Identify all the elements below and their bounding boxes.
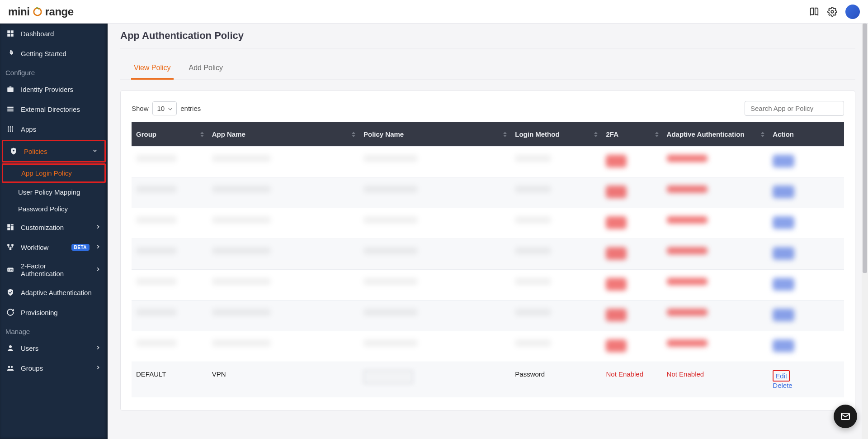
brand-mid [29,5,45,18]
table-row [132,147,844,177]
svg-rect-9 [7,107,14,108]
sidebar-item-external-directories[interactable]: External Directories [0,99,108,119]
sidebar-item-label: Groups [21,364,90,372]
svg-point-17 [12,129,13,130]
shield-icon [9,146,19,156]
svg-point-14 [12,126,13,128]
chevron-right-icon [95,243,102,251]
svg-rect-24 [11,226,14,230]
cell-adaptive: Not Enabled [662,362,769,398]
chevron-down-icon [92,148,99,155]
svg-rect-8 [9,86,12,87]
search-input[interactable] [745,101,844,116]
sidebar-item-label: Customization [21,224,90,231]
svg-point-20 [12,130,13,132]
col-app[interactable]: App Name [208,122,359,147]
sidebar-item-label: Provisioning [21,309,102,316]
table-row: DEFAULTVPNPasswordNot EnabledNot Enabled… [132,362,844,398]
svg-rect-23 [11,224,14,225]
gear-icon[interactable] [827,7,837,17]
col-action: Action [768,122,844,147]
entries-label: entries [180,105,201,112]
sidebar-item-label: Adaptive Authentication [21,289,102,296]
groups-icon [5,363,15,373]
avatar[interactable] [845,5,860,19]
svg-rect-3 [11,30,14,33]
book-icon[interactable] [809,7,819,17]
user-icon [5,343,15,353]
sidebar-item-getting-started[interactable]: Getting Started [0,43,108,63]
svg-rect-27 [11,244,14,246]
svg-text:123: 123 [8,269,13,272]
brand-post: range [45,5,74,18]
sidebar-item-dashboard[interactable]: Dashboard [0,24,108,43]
svg-point-33 [11,366,13,368]
col-2fa[interactable]: 2FA [601,122,662,147]
chevron-right-icon [95,224,102,231]
chevron-right-icon [95,344,102,352]
sidebar-item-label: 2-Factor Authentication [21,262,90,277]
list-icon [5,104,15,114]
sidebar-item-groups[interactable]: Groups [0,358,108,378]
main-content: App Authentication Policy View Policy Ad… [108,24,868,439]
chevron-right-icon [95,364,102,372]
col-adaptive[interactable]: Adaptive Authentication [662,122,769,147]
sidebar-item-provisioning[interactable]: Provisioning [0,302,108,322]
svg-rect-26 [7,244,9,246]
sync-icon [5,307,15,317]
col-login[interactable]: Login Method [510,122,601,147]
sidebar-item-apps[interactable]: Apps [0,119,108,139]
svg-point-15 [8,129,9,130]
cell-app: VPN [208,362,359,398]
sidebar-item-policies[interactable]: Policies [3,141,104,161]
sidebar-sub-app-login-policy[interactable]: App Login Policy [3,165,104,181]
sidebar-item-2fa[interactable]: 123 2-Factor Authentication [0,257,108,282]
table-row [132,177,844,208]
delete-link[interactable]: Delete [773,382,792,389]
cell-action: EditDelete [768,362,844,398]
cell-2fa: Not Enabled [601,362,662,398]
edit-link[interactable]: Edit [775,372,787,380]
entries-selector: Show 10 entries [132,101,201,115]
topbar: mini range [0,0,868,24]
svg-rect-7 [7,87,14,92]
policy-panel: Show 10 entries Group App Name Policy Na… [120,91,855,410]
cell-group: DEFAULT [132,362,208,398]
svg-rect-25 [7,228,10,230]
col-policy[interactable]: Policy Name [359,122,510,147]
sidebar-item-label: Apps [21,125,102,133]
sidebar-item-users[interactable]: Users [0,338,108,358]
sidebar-item-workflow[interactable]: Workflow BETA [0,237,108,257]
table-row [132,270,844,301]
sidebar-section-manage: Manage [0,322,108,338]
message-fab[interactable] [834,405,857,428]
sidebar-item-label: Identity Providers [21,86,102,93]
page-title: App Authentication Policy [120,24,855,48]
sidebar-item-identity-providers[interactable]: Identity Providers [0,79,108,99]
col-group[interactable]: Group [132,122,208,147]
apps-icon [5,124,15,134]
sidebar-sub-user-policy-mapping[interactable]: User Policy Mapping [0,184,108,200]
table-row [132,331,844,362]
sidebar-item-adaptive-auth[interactable]: Adaptive Authentication [0,282,108,302]
svg-point-12 [8,126,9,128]
svg-rect-4 [7,34,10,37]
sidebar-item-customization[interactable]: Customization [0,217,108,237]
svg-rect-28 [9,248,12,250]
tab-view-policy[interactable]: View Policy [131,57,174,80]
rocket-icon [5,48,15,58]
sidebar-sub-password-policy[interactable]: Password Policy [0,200,108,217]
chevron-right-icon [95,266,102,273]
scrollbar[interactable] [862,24,868,439]
dashboard-icon [5,29,15,38]
sidebar-item-label: Policies [24,148,86,155]
brand-logo[interactable]: mini range [8,5,74,18]
table-row [132,239,844,270]
tab-add-policy[interactable]: Add Policy [186,57,226,80]
svg-point-18 [8,130,9,132]
entries-select[interactable]: 10 [152,101,177,115]
sidebar: Dashboard Getting Started Configure Iden… [0,24,108,439]
svg-rect-5 [11,34,14,37]
policy-table: Group App Name Policy Name Login Method … [132,122,844,397]
svg-rect-11 [7,110,14,111]
